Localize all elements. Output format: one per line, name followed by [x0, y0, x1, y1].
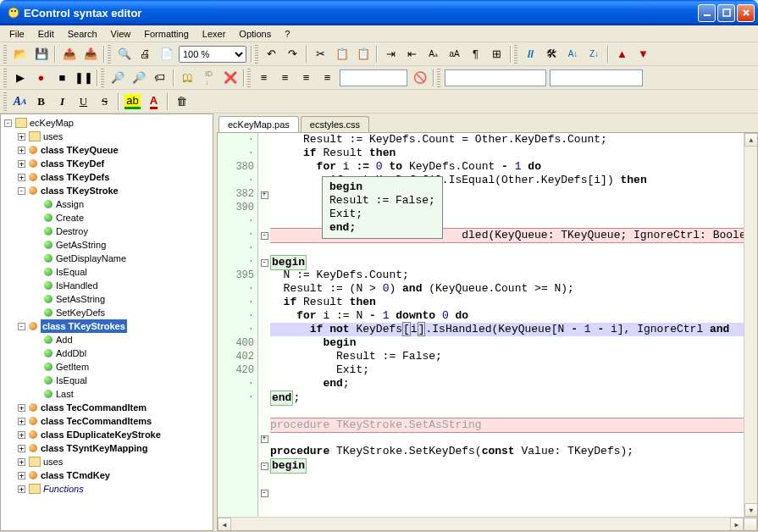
- underline-button[interactable]: U: [74, 92, 93, 111]
- menu-formatting[interactable]: Formatting: [138, 27, 195, 41]
- italic-button[interactable]: I: [53, 92, 72, 111]
- maximize-button[interactable]: [717, 4, 735, 22]
- toolbar-grip[interactable]: [3, 45, 7, 64]
- tree-node[interactable]: SetKeyDefs: [3, 306, 211, 319]
- toolbar-grip[interactable]: [108, 45, 111, 64]
- toolbar-grip[interactable]: [514, 45, 517, 64]
- scroll-up-button[interactable]: ▲: [744, 133, 758, 147]
- menu-search[interactable]: Search: [62, 27, 103, 41]
- zoom-combo[interactable]: 100 %: [179, 46, 246, 63]
- arrow-up-button[interactable]: ▲: [612, 45, 632, 64]
- sort-desc-button[interactable]: Z↓: [584, 45, 604, 64]
- structure-tree[interactable]: -ecKeyMap+uses+class TKeyQueue+class TKe…: [0, 114, 213, 531]
- tree-node[interactable]: IsHandled: [3, 279, 211, 292]
- clear-fmt-button[interactable]: 🚫: [410, 69, 429, 87]
- show-whitespace-button[interactable]: ¶: [466, 45, 485, 64]
- tree-node[interactable]: -class TKeyStrokes: [3, 319, 211, 333]
- tree-node[interactable]: +class EDuplicateKeyStroke: [3, 428, 211, 441]
- close-button[interactable]: [737, 4, 755, 22]
- arrow-down-button[interactable]: ▼: [634, 45, 653, 64]
- redo-button[interactable]: ↷: [283, 45, 302, 64]
- align-right-button[interactable]: ≡: [296, 69, 316, 87]
- tree-node[interactable]: +class TKeyDefs: [3, 170, 211, 184]
- char-format-button[interactable]: AA: [10, 92, 30, 111]
- tree-node[interactable]: Assign: [3, 197, 211, 211]
- align-left-button[interactable]: ≡: [254, 69, 274, 87]
- bookmark-clear-button[interactable]: ❌: [220, 69, 240, 87]
- menu-?[interactable]: ?: [279, 27, 296, 41]
- menu-options[interactable]: Options: [233, 27, 277, 41]
- tab[interactable]: ecKeyMap.pas: [219, 116, 299, 132]
- tree-node[interactable]: -class TKeyStroke: [3, 184, 211, 197]
- toolbar-grip[interactable]: [255, 45, 258, 64]
- code-editor[interactable]: ··380·382390····395····400402420·· +--+-…: [217, 132, 758, 531]
- case-lower-button[interactable]: aA: [445, 45, 464, 64]
- horizontal-scrollbar[interactable]: ◀ ▶: [218, 517, 757, 530]
- menu-file[interactable]: File: [3, 27, 30, 41]
- menu-edit[interactable]: Edit: [32, 27, 60, 41]
- minimize-button[interactable]: [698, 4, 716, 22]
- size-combo[interactable]: [550, 69, 643, 86]
- comment-button[interactable]: //: [521, 45, 540, 64]
- export-button[interactable]: 📤: [59, 45, 79, 64]
- tree-node[interactable]: +class TKeyQueue: [3, 143, 211, 157]
- tree-node[interactable]: +class TecCommandItems: [3, 414, 211, 428]
- tab[interactable]: ecstyles.css: [301, 116, 369, 132]
- tree-node[interactable]: +uses: [3, 130, 211, 143]
- bookmark-id-button[interactable]: ID↓: [199, 69, 219, 87]
- align-center-button[interactable]: ≡: [275, 69, 295, 87]
- tree-node[interactable]: Create: [3, 211, 211, 224]
- fold-toggle[interactable]: +: [261, 191, 268, 199]
- tree-node[interactable]: Destroy: [3, 224, 211, 238]
- menu-lexer[interactable]: Lexer: [196, 27, 232, 41]
- tree-node[interactable]: +class TCmdKey: [3, 468, 211, 482]
- tree-node[interactable]: AddDbl: [3, 346, 211, 360]
- replace-button[interactable]: 🏷: [150, 69, 169, 87]
- titlebar[interactable]: EControl syntax editor: [0, 0, 758, 25]
- open-button[interactable]: 📂: [10, 45, 30, 64]
- fold-column[interactable]: +--+--: [258, 133, 270, 517]
- toolbar-grip[interactable]: [101, 69, 104, 87]
- font-color-button[interactable]: A: [144, 92, 163, 111]
- tree-node[interactable]: +class TSyntKeyMapping: [3, 441, 211, 455]
- find-next-button[interactable]: 🔎: [129, 69, 148, 87]
- combo-1[interactable]: [340, 69, 407, 86]
- import-button[interactable]: 📥: [80, 45, 100, 64]
- paste-button[interactable]: 📋: [353, 45, 373, 64]
- toolbar-grip[interactable]: [247, 69, 251, 87]
- highlight-color-button[interactable]: ab: [123, 92, 142, 111]
- scroll-right-button[interactable]: ▶: [730, 518, 744, 531]
- word-wrap-button[interactable]: ⊞: [487, 45, 506, 64]
- toolbar-grip[interactable]: [3, 69, 7, 87]
- tree-node[interactable]: Add: [3, 333, 211, 346]
- fold-toggle[interactable]: -: [261, 490, 268, 497]
- play-button[interactable]: ▶: [10, 69, 30, 87]
- fold-toggle[interactable]: -: [261, 463, 268, 470]
- stop-button[interactable]: ■: [53, 69, 72, 87]
- scroll-left-button[interactable]: ◀: [218, 518, 231, 531]
- outdent-button[interactable]: ⇤: [402, 45, 422, 64]
- pause-button[interactable]: ❚❚: [74, 69, 93, 87]
- find-button[interactable]: 🔎: [108, 69, 127, 87]
- tree-node[interactable]: +Functions: [3, 482, 211, 496]
- font-combo[interactable]: [445, 69, 546, 86]
- copy-button[interactable]: 📋: [332, 45, 351, 64]
- fold-toggle[interactable]: +: [261, 435, 268, 443]
- tree-node[interactable]: GetAsString: [3, 238, 211, 252]
- menu-view[interactable]: View: [105, 27, 137, 41]
- tree-node[interactable]: SetAsString: [3, 292, 211, 306]
- save-button[interactable]: 💾: [31, 45, 51, 64]
- cut-button[interactable]: ✂: [311, 45, 330, 64]
- page-setup-button[interactable]: 📄: [157, 45, 176, 64]
- strikethrough-button[interactable]: S: [95, 92, 114, 111]
- tree-node[interactable]: GetDisplayName: [3, 252, 211, 265]
- record-button[interactable]: ●: [31, 69, 51, 87]
- fold-toggle[interactable]: -: [261, 232, 268, 240]
- tree-node[interactable]: Last: [3, 387, 211, 401]
- print-button[interactable]: 🖨: [136, 45, 155, 64]
- tools-button[interactable]: 🛠: [542, 45, 562, 64]
- undo-button[interactable]: ↶: [262, 45, 281, 64]
- tree-node[interactable]: IsEqual: [3, 374, 211, 387]
- tree-node[interactable]: GetItem: [3, 360, 211, 374]
- toolbar-grip[interactable]: [3, 92, 7, 111]
